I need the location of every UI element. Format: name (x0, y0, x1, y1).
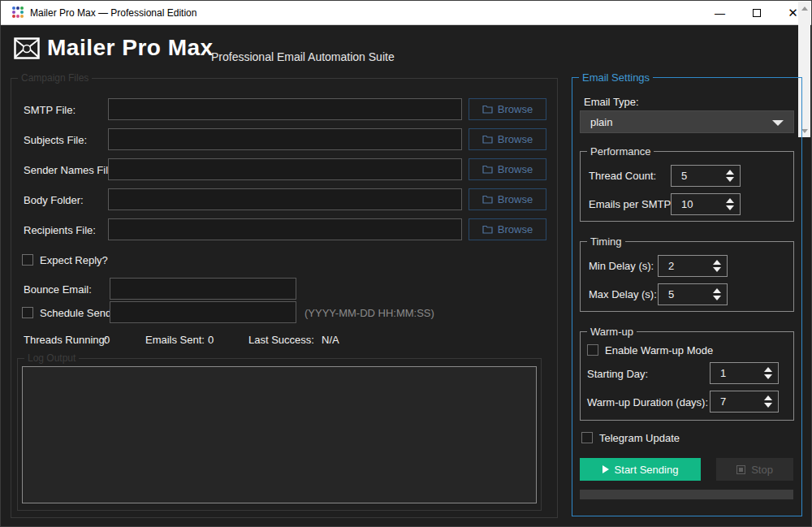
browse-label: Browse (498, 133, 533, 145)
spin-down-icon[interactable] (726, 205, 734, 210)
warmup-duration-spinner[interactable]: 7 (710, 391, 779, 413)
warmup-duration-value: 7 (720, 395, 726, 408)
spin-up-icon[interactable] (726, 170, 734, 175)
email-type-value: plain (590, 116, 612, 128)
enable-warmup-label: Enable Warm-up Mode (605, 344, 713, 356)
schedule-send-input[interactable] (110, 301, 296, 323)
scroll-up-icon[interactable] (798, 2, 810, 15)
folder-icon (482, 225, 493, 234)
smtp-file-label: SMTP File: (24, 104, 76, 116)
app-icon (11, 6, 24, 19)
spin-up-icon[interactable] (764, 367, 772, 372)
email-type-label: Email Type: (584, 96, 639, 108)
body-folder-input[interactable] (108, 188, 462, 210)
spin-down-icon[interactable] (764, 374, 772, 379)
browse-label: Browse (498, 163, 533, 175)
subjects-file-input[interactable] (108, 128, 462, 150)
bounce-email-input[interactable] (110, 278, 296, 300)
thread-count-label: Thread Count: (589, 170, 656, 182)
body-folder-label: Body Folder: (24, 194, 84, 206)
maximize-button[interactable] (738, 1, 775, 25)
browse-label: Browse (498, 193, 533, 205)
performance-group-title: Performance (587, 145, 654, 158)
spin-down-icon[interactable] (713, 296, 721, 300)
titlebar: Mailer Pro Max — Professional Edition — … (1, 1, 811, 25)
threads-running-value: 0 (104, 334, 110, 346)
recipients-browse-button[interactable]: Browse (469, 218, 546, 240)
telegram-update-checkbox[interactable] (581, 432, 593, 443)
schedule-send-label: Schedule Send? (40, 307, 117, 319)
warmup-group-title: Warm-up (587, 326, 637, 338)
stop-button[interactable]: Stop (716, 458, 793, 481)
enable-warmup-checkbox[interactable] (587, 344, 598, 356)
recipients-file-label: Recipients File: (24, 224, 96, 236)
smtp-browse-button[interactable]: Browse (469, 98, 546, 120)
body-folder-browse-button[interactable]: Browse (469, 188, 546, 210)
log-output-textarea[interactable] (22, 366, 537, 503)
recipients-file-input[interactable] (108, 218, 462, 240)
start-sending-label: Start Sending (615, 464, 679, 476)
spin-down-icon[interactable] (764, 403, 772, 408)
minimize-button[interactable]: — (702, 1, 738, 25)
email-type-dropdown[interactable]: plain (580, 110, 794, 133)
spin-up-icon[interactable] (764, 395, 772, 400)
chevron-down-icon (772, 120, 784, 126)
max-delay-label: Max Delay (s): (589, 288, 657, 300)
sender-names-file-input[interactable] (108, 158, 462, 180)
email-settings-group-title: Email Settings (579, 71, 653, 84)
min-delay-label: Min Delay (s): (589, 260, 654, 272)
stop-icon (736, 465, 745, 474)
thread-count-value: 5 (681, 170, 687, 182)
max-delay-value: 5 (668, 288, 674, 300)
campaign-files-group-title: Campaign Files (18, 72, 92, 84)
spin-up-icon[interactable] (713, 260, 721, 265)
min-delay-spinner[interactable]: 2 (658, 255, 728, 277)
sender-names-browse-button[interactable]: Browse (469, 158, 546, 180)
maximize-icon (753, 9, 761, 17)
spin-up-icon[interactable] (713, 288, 721, 293)
subjects-browse-button[interactable]: Browse (469, 128, 546, 150)
emails-per-smtp-spinner[interactable]: 10 (671, 193, 741, 215)
folder-icon (482, 195, 493, 204)
starting-day-value: 1 (720, 367, 726, 379)
emails-per-smtp-value: 10 (681, 198, 693, 210)
expect-reply-label: Expect Reply? (40, 254, 108, 266)
starting-day-label: Starting Day: (587, 368, 648, 380)
app-title: Mailer Pro Max (47, 35, 214, 61)
last-success-label: Last Success: (248, 334, 314, 346)
last-success-value: N/A (322, 334, 339, 346)
sender-names-file-label: Sender Names File (24, 164, 114, 176)
spin-up-icon[interactable] (726, 198, 734, 203)
envelope-icon (14, 37, 40, 59)
browse-label: Browse (498, 223, 533, 235)
starting-day-spinner[interactable]: 1 (710, 362, 779, 384)
folder-icon (482, 165, 493, 174)
warmup-duration-label: Warm-up Duration (days): (587, 396, 708, 408)
spin-down-icon[interactable] (713, 267, 721, 272)
browse-label: Browse (498, 103, 533, 115)
thread-count-spinner[interactable]: 5 (671, 165, 741, 187)
timing-group-title: Timing (587, 235, 625, 248)
app-window: Mailer Pro Max — Professional Edition — … (0, 0, 812, 527)
bounce-email-label: Bounce Email: (24, 283, 92, 296)
max-delay-spinner[interactable]: 5 (658, 283, 728, 305)
app-subtitle: Professional Email Automation Suite (211, 50, 395, 63)
emails-sent-value: 0 (208, 334, 214, 346)
emails-per-smtp-label: Emails per SMTP: (589, 198, 674, 210)
threads-running-label: Threads Running: (24, 334, 107, 346)
folder-icon (482, 135, 493, 144)
schedule-send-checkbox[interactable] (22, 307, 33, 318)
telegram-update-label: Telegram Update (599, 432, 680, 444)
subjects-file-label: Subjects File: (24, 134, 87, 146)
progress-bar (580, 490, 793, 499)
play-icon (603, 465, 609, 473)
stop-label: Stop (751, 464, 773, 476)
spin-down-icon[interactable] (726, 177, 734, 182)
start-sending-button[interactable]: Start Sending (580, 458, 701, 481)
window-title: Mailer Pro Max — Professional Edition (30, 7, 197, 19)
folder-icon (482, 105, 493, 114)
log-output-group-title: Log Output (24, 352, 79, 364)
smtp-file-input[interactable] (108, 98, 462, 120)
expect-reply-checkbox[interactable] (22, 254, 33, 266)
min-delay-value: 2 (668, 260, 674, 272)
